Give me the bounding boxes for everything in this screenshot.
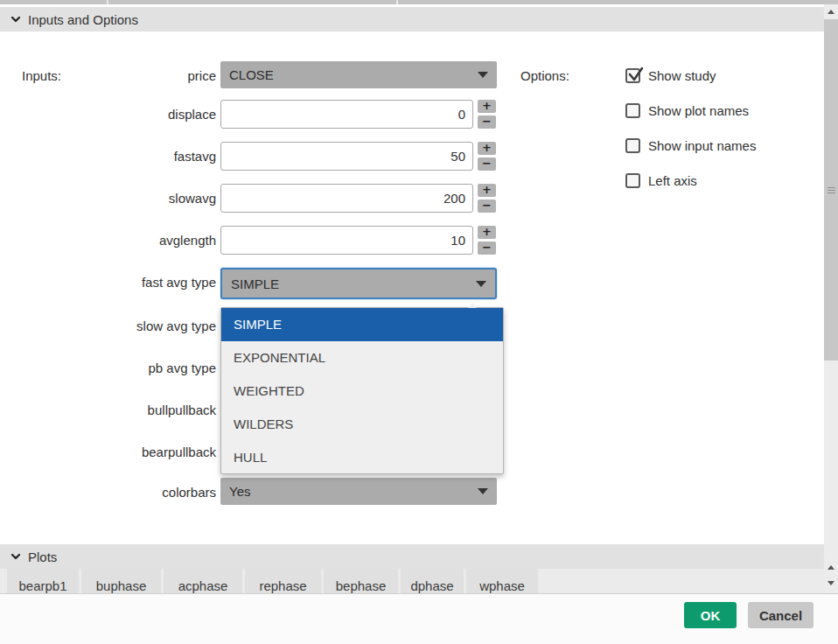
ok-button[interactable]: OK: [684, 602, 737, 628]
field-label: fastavg: [0, 142, 216, 171]
menu-item-weighted[interactable]: WEIGHTED: [221, 374, 503, 408]
field-label: avglength: [0, 226, 216, 255]
field-label: bearpullback: [0, 436, 216, 469]
fastavg-stepper: +−: [478, 142, 496, 171]
input-value: 0: [458, 107, 465, 122]
displace-stepper: +−: [478, 100, 496, 129]
checkbox-label: Show input names: [648, 138, 756, 153]
price-select[interactable]: CLOSE: [220, 61, 497, 88]
colorbars-select[interactable]: Yes: [220, 478, 497, 505]
input-value: 200: [443, 191, 465, 206]
menu-item-hull[interactable]: HULL: [221, 441, 503, 474]
avglength-input[interactable]: 10: [220, 226, 473, 255]
checkbox-label: Show study: [648, 68, 716, 83]
scroll-up-arrow-icon[interactable]: [824, 561, 838, 574]
increment-button[interactable]: +: [478, 184, 496, 197]
plots-tab-strip: bearpb1buphaseacphaserephasebephasedphas…: [0, 569, 824, 593]
unchecked-checkbox[interactable]: [625, 103, 640, 118]
field-label: slowavg: [0, 184, 216, 213]
chevron-down-icon: [10, 551, 21, 562]
menu-item-wilders[interactable]: WILDERS: [221, 408, 503, 441]
unchecked-checkbox[interactable]: [625, 173, 640, 188]
tab-separator: [107, 0, 108, 4]
decrement-button[interactable]: −: [478, 242, 496, 255]
slowavg-stepper: +−: [478, 184, 496, 213]
increment-button[interactable]: +: [478, 142, 496, 155]
tab-separator: [396, 0, 398, 4]
field-label: displace: [0, 100, 216, 129]
dialog-footer: OK Cancel: [0, 594, 838, 644]
option-row-left-axis: Left axis: [625, 172, 697, 188]
cancel-button[interactable]: Cancel: [748, 602, 814, 628]
scroll-up-arrow-icon[interactable]: [824, 4, 838, 18]
section-title: Inputs and Options: [28, 12, 138, 27]
field-label: slow avg type: [0, 310, 216, 343]
checkmark-icon: [627, 66, 646, 85]
menu-item-exponential[interactable]: EXPONENTIAL: [221, 341, 503, 374]
select-value: SIMPLE: [231, 276, 476, 291]
plot-tab-rephase[interactable]: rephase: [245, 569, 321, 593]
chevron-down-icon: [10, 14, 21, 24]
unchecked-checkbox[interactable]: [625, 138, 640, 153]
input-value: 10: [450, 233, 465, 248]
plot-tab-wphase[interactable]: wphase: [466, 569, 538, 593]
dropdown-arrow-icon: [476, 281, 486, 287]
section-title: Plots: [28, 550, 57, 564]
select-value: Yes: [229, 484, 478, 499]
field-label: bullpullback: [0, 394, 216, 427]
slowavg-input[interactable]: 200: [220, 184, 473, 213]
checkbox-label: Left axis: [648, 173, 697, 188]
field-label: pb avg type: [0, 352, 216, 385]
avglength-stepper: +−: [478, 226, 496, 255]
inputs-and-options-section-header[interactable]: Inputs and Options: [0, 7, 838, 32]
menu-item-simple[interactable]: SIMPLE: [221, 308, 503, 341]
plots-section-header[interactable]: Plots: [0, 544, 838, 569]
increment-button[interactable]: +: [478, 100, 496, 113]
fast-avg-type-select[interactable]: SIMPLE: [220, 268, 497, 299]
field-label: colorbars: [0, 478, 216, 507]
scrollbar-grip-icon: [828, 186, 835, 195]
dropdown-arrow-icon: [478, 488, 488, 494]
plot-tab-dphase[interactable]: dphase: [401, 569, 464, 593]
study-settings-dialog: Inputs and Options Inputs: Options: pric…: [0, 0, 838, 644]
checkbox-label: Show plot names: [648, 103, 749, 118]
displace-input[interactable]: 0: [220, 100, 473, 129]
field-label: price: [0, 61, 216, 90]
input-value: 50: [450, 149, 465, 164]
increment-button[interactable]: +: [478, 226, 496, 239]
decrement-button[interactable]: −: [478, 158, 496, 171]
scroll-down-arrow-icon[interactable]: [824, 577, 838, 590]
option-row-show-plot-names: Show plot names: [625, 102, 749, 118]
plot-tab-bearpb1[interactable]: bearpb1: [7, 569, 79, 593]
dropdown-arrow-icon: [478, 72, 488, 78]
options-group-label: Options:: [520, 61, 569, 90]
plot-tab-buphase[interactable]: buphase: [81, 569, 161, 593]
select-value: CLOSE: [229, 67, 478, 82]
field-label: fast avg type: [0, 268, 216, 297]
menu-notch-icon: [468, 303, 477, 308]
plot-tab-bephase[interactable]: bephase: [324, 569, 398, 593]
checked-checkbox[interactable]: [625, 68, 640, 83]
option-row-show-input-names: Show input names: [625, 137, 756, 153]
tab-bar-remnant: [0, 0, 838, 4]
fastavg-input[interactable]: 50: [220, 142, 473, 171]
plot-tab-acphase[interactable]: acphase: [164, 569, 242, 593]
fast-avg-type-dropdown-menu: SIMPLEEXPONENTIALWEIGHTEDWILDERSHULL: [220, 307, 504, 474]
decrement-button[interactable]: −: [478, 200, 496, 213]
vertical-scrollbar[interactable]: [824, 4, 838, 593]
decrement-button[interactable]: −: [478, 116, 496, 129]
scrollbar-thumb[interactable]: [824, 19, 838, 360]
option-row-show-study: Show study: [625, 67, 716, 83]
